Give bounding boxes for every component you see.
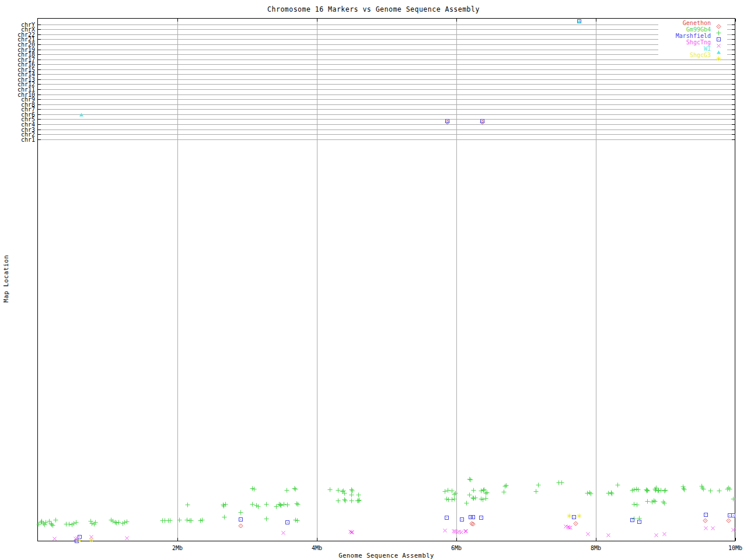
- marker-gm99gb4: [349, 492, 354, 498]
- marker-shgctng: [606, 533, 611, 538]
- y-axis-label: Map Location: [2, 255, 9, 303]
- marker-gm99gb4: [615, 482, 620, 488]
- marker-gm99gb4: [453, 491, 458, 496]
- ytick-right-chr3: [732, 130, 735, 130]
- xtick-top-8Mb: [596, 19, 596, 22]
- legend-marker-triangle-icon: [716, 46, 721, 51]
- chart-canvas: Chromosome 16 Markers vs Genome Sequence…: [0, 0, 747, 560]
- legend-row-wi: WI: [658, 46, 727, 52]
- marker-gm99gb4: [468, 477, 473, 482]
- marker-gm99gb4: [504, 483, 509, 488]
- gridline-chr3: [38, 130, 735, 130]
- plot-area: [37, 18, 735, 541]
- marker-gm99gb4: [464, 501, 469, 506]
- marker-gm99gb4: [222, 514, 227, 520]
- ytick-right-chr2: [732, 134, 735, 135]
- gridline-chr6: [38, 114, 735, 115]
- marker-gm99gb4: [682, 487, 687, 492]
- gridline-chrY: [38, 24, 735, 25]
- marker-gm99gb4: [284, 488, 289, 493]
- ytick-left-chr4: [38, 124, 41, 125]
- gridline-2Mb: [177, 19, 178, 541]
- xtick-top-10Mb: [735, 19, 736, 22]
- marker-gm99gb4: [177, 517, 182, 523]
- marker-shgcg3: [567, 513, 572, 519]
- legend-label-shgctng: ShgcTng: [686, 39, 711, 46]
- ytick-right-chr7: [732, 109, 735, 110]
- marker-gm99gb4: [264, 516, 269, 522]
- ytick-right-chr16: [732, 64, 735, 65]
- ytick-left-chr10: [38, 94, 41, 95]
- gridline-6Mb: [456, 19, 457, 541]
- legend-marker-plus-icon: [716, 27, 721, 32]
- xtick-bottom-2Mb: [177, 538, 178, 541]
- marker-shgctng: [703, 526, 708, 531]
- marker-shgctng: [124, 536, 130, 541]
- marker-gm99gb4: [634, 502, 640, 508]
- marker-gm99gb4: [652, 499, 658, 504]
- ytick-right-chr11: [732, 89, 735, 90]
- marker-gm99gb4: [256, 504, 261, 509]
- ytick-left-chr8: [38, 104, 41, 105]
- gridline-chr16: [38, 64, 735, 65]
- marker-gm99gb4: [717, 488, 722, 494]
- ytick-left-chr19: [38, 50, 41, 50]
- gridline-chr9: [38, 99, 735, 100]
- marker-marshfield: [444, 515, 449, 520]
- marker-genethon: [726, 518, 731, 523]
- marker-marshfield: [285, 520, 290, 525]
- xtick-bottom-4Mb: [317, 538, 317, 541]
- ytick-right-chr12: [732, 84, 735, 85]
- ytick-right-chr21: [732, 39, 735, 40]
- marker-gm99gb4: [727, 487, 732, 492]
- marker-gm99gb4: [264, 502, 269, 507]
- marker-gm99gb4: [645, 488, 650, 493]
- marker-gm99gb4: [343, 498, 348, 503]
- marker-marshfield: [480, 118, 485, 124]
- xtick-label-8Mb: 8Mb: [578, 545, 613, 551]
- ytick-right-chr20: [732, 44, 735, 45]
- ytick-right-chr5: [732, 119, 735, 120]
- marker-shgctng: [350, 530, 355, 535]
- marker-shgctng: [654, 533, 659, 538]
- marker-shgctng: [710, 526, 715, 531]
- marker-shgcg3: [577, 513, 582, 519]
- marker-gm99gb4: [484, 490, 490, 495]
- marker-gm99gb4: [588, 491, 594, 496]
- gridline-chr2: [38, 134, 735, 135]
- ytick-left-chr7: [38, 109, 41, 110]
- marker-marshfield: [459, 517, 465, 522]
- marker-gm99gb4: [189, 518, 194, 523]
- ytick-left-chr14: [38, 74, 41, 75]
- marker-gm99gb4: [285, 502, 290, 508]
- marker-gm99gb4: [295, 518, 300, 523]
- marker-marshfield: [703, 512, 708, 517]
- gridline-chr17: [38, 60, 735, 60]
- gridline-chr11: [38, 89, 735, 90]
- marker-shgctng: [585, 531, 591, 537]
- marker-gm99gb4: [293, 487, 298, 492]
- marker-genethon: [238, 523, 243, 528]
- marker-gm99gb4: [93, 520, 98, 525]
- ytick-right-chr8: [732, 104, 735, 105]
- legend-marker-x-icon: [716, 40, 721, 45]
- ytick-label-chr1: chr1: [0, 137, 35, 142]
- marker-gm99gb4: [223, 502, 228, 507]
- marker-gm99gb4: [662, 501, 667, 506]
- marker-shgctng: [52, 536, 57, 541]
- gridline-chr15: [38, 69, 735, 70]
- legend-marker-diamond-icon: [716, 20, 721, 26]
- legend-label-genethon: Genethon: [683, 20, 711, 26]
- marker-gm99gb4: [357, 498, 362, 503]
- ytick-right-chr17: [732, 60, 735, 60]
- xtick-label-6Mb: 6Mb: [439, 545, 474, 551]
- ytick-left-chr6: [38, 114, 41, 115]
- xtick-bottom-6Mb: [456, 538, 457, 541]
- legend-label-gm99gb4: Gm99Gb4: [686, 26, 711, 33]
- marker-gm99gb4: [53, 517, 58, 523]
- ytick-right-chr22: [732, 34, 735, 35]
- xtick-bottom-10Mb: [735, 538, 736, 541]
- legend-row-marshfield: Marshfield: [658, 33, 727, 39]
- legend-marker-star-icon: [716, 52, 721, 58]
- marker-wi: [79, 112, 84, 117]
